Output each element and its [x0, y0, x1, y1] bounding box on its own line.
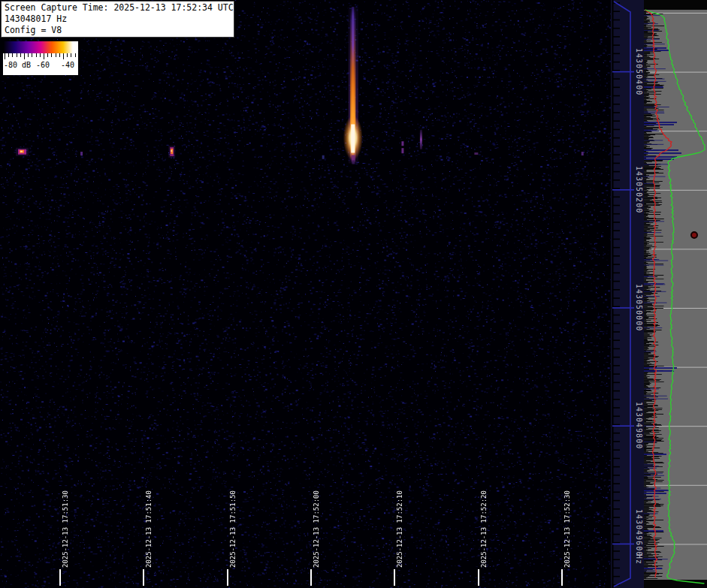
legend-tick: [28, 53, 29, 57]
legend-db-label: -60: [36, 61, 50, 69]
legend-tick: [75, 53, 76, 57]
time-tick: [394, 569, 395, 586]
time-label: 2025-12-13 17:51:40: [145, 490, 153, 568]
time-tick: [227, 569, 228, 586]
freq-unit-label: Hz: [635, 554, 643, 565]
time-tick: [59, 569, 61, 586]
time-label: 2025-12-13 17:52:10: [396, 490, 403, 568]
legend-tick: [12, 53, 13, 57]
legend-db-labels: -80 dB -60 -40: [3, 60, 78, 74]
config-line: Config = V8: [5, 25, 231, 36]
color-gradient-bar: [3, 41, 78, 53]
legend-tick: [32, 53, 32, 57]
legend-tick: [51, 53, 52, 57]
time-label: 2025-12-13 17:51:50: [229, 490, 237, 568]
legend-tick: [56, 53, 56, 57]
time-tick: [478, 569, 479, 586]
color-scale-legend: -80 dB -60 -40: [3, 41, 78, 75]
legend-tick: [40, 53, 41, 57]
legend-tick: [67, 53, 68, 57]
legend-tick: [63, 53, 64, 59]
legend-tick: [59, 53, 60, 57]
time-tick: [310, 569, 312, 586]
waterfall-spectrogram: [0, 0, 611, 588]
legend-tick: [5, 53, 5, 59]
legend-tick: [8, 53, 9, 57]
capture-time-line: Screen Capture Time: 2025-12-13 17:52:34…: [5, 2, 231, 14]
spectrogram-app: 2025-12-13 17:51:302025-12-13 17:51:4020…: [0, 0, 707, 588]
legend-tick: [44, 53, 44, 59]
legend-tick: [24, 53, 25, 59]
legend-tick: [47, 53, 48, 57]
freq-label: 143050200: [635, 166, 643, 213]
legend-tick: [17, 53, 17, 57]
time-label: 2025-12-13 17:52:00: [313, 490, 320, 568]
time-label: 2025-12-13 17:51:30: [62, 490, 69, 568]
time-tick: [143, 569, 144, 586]
legend-db-label: -80 dB: [4, 61, 31, 69]
legend-tick: [20, 53, 21, 57]
legend-tick: [36, 53, 37, 57]
frequency-line: 143048017 Hz: [5, 14, 231, 25]
freq-label: 143050400: [635, 48, 643, 95]
freq-label: 143049800: [635, 402, 643, 449]
freq-label: 143050000: [635, 284, 643, 331]
time-label: 2025-12-13 17:52:20: [480, 490, 488, 568]
time-label: 2025-12-13 17:52:30: [563, 490, 571, 568]
capture-info-box: Screen Capture Time: 2025-12-13 17:52:34…: [1, 1, 234, 38]
freq-label: 143049600: [635, 509, 643, 556]
legend-db-label: -40: [61, 61, 74, 69]
spectrum-panel: [644, 0, 707, 588]
time-tick: [561, 569, 563, 586]
legend-tick: [71, 53, 71, 57]
legend-tick-row: [3, 53, 78, 60]
